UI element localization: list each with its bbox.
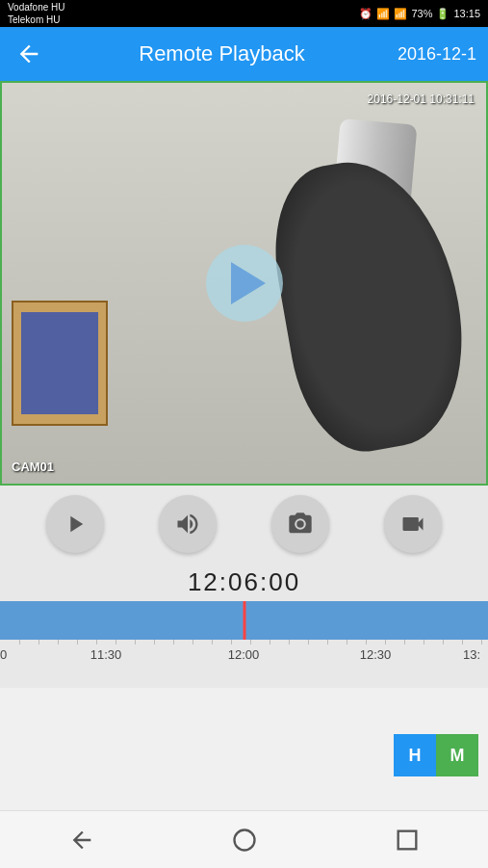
tick	[212, 640, 213, 644]
clock: 13:15	[453, 8, 480, 19]
carrier-info: Vodafone HU Telekom HU	[8, 1, 65, 26]
current-time: 12:06:00	[188, 567, 300, 597]
play-button[interactable]	[46, 495, 104, 553]
nav-home-button[interactable]	[220, 816, 269, 864]
tick-label-13: 13:	[463, 647, 480, 662]
tick	[39, 640, 39, 644]
volume-icon	[174, 511, 201, 538]
tick	[347, 640, 347, 644]
time-display: 12:06:00	[0, 563, 488, 601]
nav-back-button[interactable]	[58, 816, 106, 864]
nav-home-icon	[231, 827, 258, 854]
timeline-cursor	[243, 601, 245, 640]
hm-buttons: H M	[394, 734, 478, 776]
tick	[154, 640, 155, 644]
wifi-icon: 📶	[376, 8, 390, 20]
video-area[interactable]: 2016-12-01 10:31:11 CAM01	[0, 81, 488, 486]
svg-rect-1	[398, 830, 416, 849]
tick	[385, 640, 386, 644]
status-bar: Vodafone HU Telekom HU ⏰ 📶 📶 73% 🔋 13:15	[0, 0, 488, 27]
camera-icon	[287, 511, 314, 538]
volume-button[interactable]	[159, 495, 217, 553]
tick	[443, 640, 444, 644]
tick	[366, 640, 367, 644]
battery-icon: 🔋	[436, 8, 449, 20]
header: Remote Playback 2016-12-1	[0, 27, 488, 81]
signal-icon: 📶	[394, 8, 407, 20]
bottom-nav	[0, 810, 488, 868]
tick	[116, 640, 116, 644]
video-play-overlay[interactable]	[206, 245, 283, 322]
play-icon	[62, 511, 89, 538]
nav-square-icon	[394, 827, 421, 854]
record-button[interactable]	[384, 495, 442, 553]
video-timestamp: 2016-12-01 10:31:11	[368, 92, 475, 106]
tick	[96, 640, 97, 644]
back-button[interactable]	[12, 37, 46, 71]
tick-label-00: 00	[0, 647, 7, 662]
snapshot-button[interactable]	[271, 495, 329, 553]
timeline-bar[interactable]	[0, 601, 488, 640]
status-icons: ⏰ 📶 📶 73% 🔋 13:15	[359, 8, 480, 20]
alarm-icon: ⏰	[359, 8, 372, 20]
nav-back-icon	[68, 827, 95, 854]
scene-board	[12, 301, 108, 426]
tick	[462, 640, 463, 644]
tick	[404, 640, 405, 644]
minute-button[interactable]: M	[436, 734, 478, 776]
page-title: Remote Playback	[139, 41, 304, 66]
play-triangle-icon	[231, 262, 266, 304]
videocam-icon	[399, 511, 426, 538]
tick	[193, 640, 193, 644]
tick	[308, 640, 309, 644]
svg-point-0	[234, 829, 254, 850]
battery-text: 73%	[411, 8, 432, 19]
timeline-ticks[interactable]: 00 11:30 12:00 12:30 13:	[0, 640, 488, 688]
tick	[270, 640, 270, 644]
tick-marks: 00 11:30 12:00 12:30 13:	[0, 640, 488, 688]
tick	[77, 640, 78, 644]
header-date: 2016-12-1	[398, 44, 476, 65]
tick	[19, 640, 20, 644]
nav-square-button[interactable]	[383, 816, 431, 864]
tick-label-1200: 12:00	[228, 647, 260, 662]
tick	[250, 640, 251, 644]
scene-board-inner	[21, 312, 98, 414]
hour-button[interactable]: H	[394, 734, 436, 776]
tick	[231, 640, 232, 644]
tick-label-1230: 12:30	[360, 647, 392, 662]
cam-label: CAM01	[12, 460, 54, 474]
tick	[327, 640, 328, 644]
tick	[58, 640, 59, 644]
controls-bar	[0, 486, 488, 563]
tick-label-1130: 11:30	[90, 647, 122, 662]
tick	[173, 640, 174, 644]
tick	[424, 640, 424, 644]
tick	[135, 640, 136, 644]
timeline-container[interactable]: 00 11:30 12:00 12:30 13:	[0, 601, 488, 688]
back-icon	[15, 40, 42, 67]
tick	[481, 640, 482, 644]
tick	[289, 640, 290, 644]
